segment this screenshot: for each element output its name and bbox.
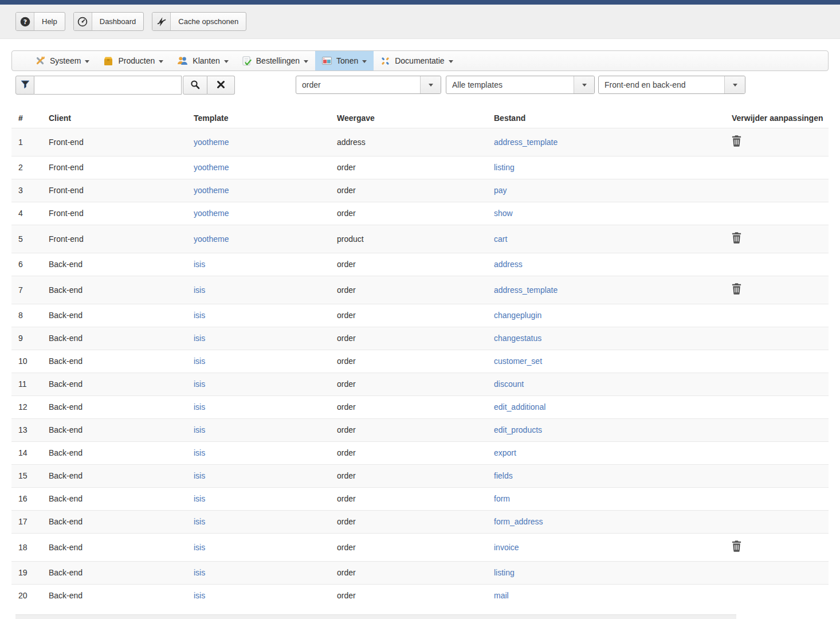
template-link[interactable]: isis (194, 260, 205, 269)
file-link[interactable]: address_template (494, 138, 558, 147)
row-number-cell: 18 (11, 534, 42, 562)
remove-customization-cell (725, 511, 829, 534)
remove-customization-cell (725, 419, 829, 442)
template-link[interactable]: isis (194, 494, 205, 503)
row-number-cell: 4 (11, 202, 42, 225)
view-cell: order (330, 419, 487, 442)
template-link[interactable]: isis (194, 448, 205, 457)
template-cell: isis (187, 327, 330, 350)
template-link[interactable]: isis (194, 568, 205, 577)
dashboard-button[interactable]: Dashboard (73, 12, 144, 31)
file-link[interactable]: listing (494, 163, 515, 172)
file-link[interactable]: address (494, 260, 523, 269)
search-input[interactable] (34, 76, 182, 95)
delete-customization-button[interactable] (732, 135, 741, 147)
delete-customization-button[interactable] (732, 232, 741, 244)
file-cell: fields (487, 465, 725, 488)
file-link[interactable]: export (494, 448, 516, 457)
template-link[interactable]: isis (194, 334, 205, 343)
menu-item-systeem[interactable]: Systeem (28, 51, 96, 70)
client-cell: Back-end (42, 350, 187, 373)
file-link[interactable]: address_template (494, 285, 558, 295)
template-link[interactable]: isis (194, 311, 205, 320)
template-link[interactable]: isis (194, 285, 205, 295)
client-cell: Back-end (42, 585, 187, 608)
template-cell: isis (187, 442, 330, 465)
file-cell: changeplugin (487, 304, 725, 327)
file-link[interactable]: mail (494, 591, 509, 600)
template-link[interactable]: yootheme (194, 234, 229, 244)
template-filter-select[interactable]: Alle templates (446, 76, 595, 94)
file-link[interactable]: listing (494, 568, 515, 577)
template-link[interactable]: isis (194, 356, 205, 366)
table-header-row: # Client Template Weergave Bestand Verwi… (11, 108, 829, 128)
remove-customization-cell (725, 253, 829, 276)
file-link[interactable]: fields (494, 471, 513, 480)
view-cell: order (330, 253, 487, 276)
view-cell: order (330, 304, 487, 327)
template-link[interactable]: isis (194, 591, 205, 600)
file-link[interactable]: cart (494, 234, 507, 244)
file-link[interactable]: form_address (494, 517, 543, 526)
dropdown-toggle[interactable] (574, 76, 594, 93)
trash-icon (732, 135, 741, 147)
table-row: 18Back-endisisorderinvoice (11, 534, 829, 562)
view-cell: order (330, 276, 487, 304)
template-link[interactable]: isis (194, 517, 205, 526)
trash-icon (732, 232, 741, 244)
file-link[interactable]: discount (494, 379, 524, 389)
file-link[interactable]: edit_products (494, 425, 542, 434)
template-link[interactable]: isis (194, 379, 205, 389)
menu-item-tonen[interactable]: Tonen (315, 51, 374, 70)
file-link[interactable]: pay (494, 186, 507, 195)
template-link[interactable]: yootheme (194, 209, 229, 218)
template-link[interactable]: isis (194, 471, 205, 480)
template-link[interactable]: isis (194, 402, 205, 412)
file-link[interactable]: invoice (494, 543, 519, 552)
file-link[interactable]: form (494, 494, 510, 503)
search-button[interactable] (183, 76, 207, 95)
clear-search-button[interactable] (207, 76, 235, 95)
delete-customization-button[interactable] (732, 283, 741, 295)
row-number-cell: 2 (11, 156, 42, 179)
chevron-down-icon (449, 60, 453, 63)
template-link[interactable]: yootheme (194, 163, 229, 172)
menu-item-klanten[interactable]: Klanten (170, 51, 235, 70)
delete-customization-button[interactable] (732, 540, 741, 553)
file-cell: cart (487, 225, 725, 253)
row-number-cell: 19 (11, 562, 42, 585)
file-cell: changestatus (487, 327, 725, 350)
row-number-cell: 13 (11, 419, 42, 442)
dropdown-toggle[interactable] (724, 76, 745, 93)
file-link[interactable]: customer_set (494, 356, 542, 366)
purge-cache-button-label: Cache opschonen (171, 13, 246, 30)
menu-item-bestellingen[interactable]: Bestellingen (235, 51, 315, 70)
template-link[interactable]: yootheme (194, 186, 229, 195)
toolbar: ? Help Dashboard Cache opschonen (0, 5, 840, 39)
menu-item-documentatie[interactable]: Documentatie (374, 51, 460, 70)
file-link[interactable]: changestatus (494, 334, 541, 343)
client-cell: Back-end (42, 465, 187, 488)
view-filter-value: order (296, 76, 420, 93)
menu-item-producten[interactable]: Producten (96, 51, 170, 70)
file-link[interactable]: show (494, 209, 513, 218)
dropdown-toggle[interactable] (420, 76, 441, 93)
help-button[interactable]: ? Help (15, 12, 65, 31)
client-cell: Front-end (42, 128, 187, 156)
remove-customization-cell (725, 585, 829, 608)
funnel-icon (21, 80, 30, 91)
table-row: 11Back-endisisorderdiscount (11, 373, 829, 396)
table-row: 14Back-endisisorderexport (11, 442, 829, 465)
purge-cache-button[interactable]: Cache opschonen (152, 12, 246, 31)
template-link[interactable]: yootheme (194, 138, 229, 147)
template-link[interactable]: isis (194, 543, 205, 552)
remove-customization-cell (725, 225, 829, 253)
template-cell: isis (187, 511, 330, 534)
view-filter-select[interactable]: order (296, 76, 441, 94)
file-link[interactable]: changeplugin (494, 311, 541, 320)
file-link[interactable]: edit_additional (494, 402, 545, 412)
table-row: 3Front-endyoothemeorderpay (11, 179, 829, 202)
client-filter-select[interactable]: Front-end en back-end (598, 76, 745, 94)
filter-funnel-button[interactable] (15, 76, 34, 95)
template-link[interactable]: isis (194, 425, 205, 434)
